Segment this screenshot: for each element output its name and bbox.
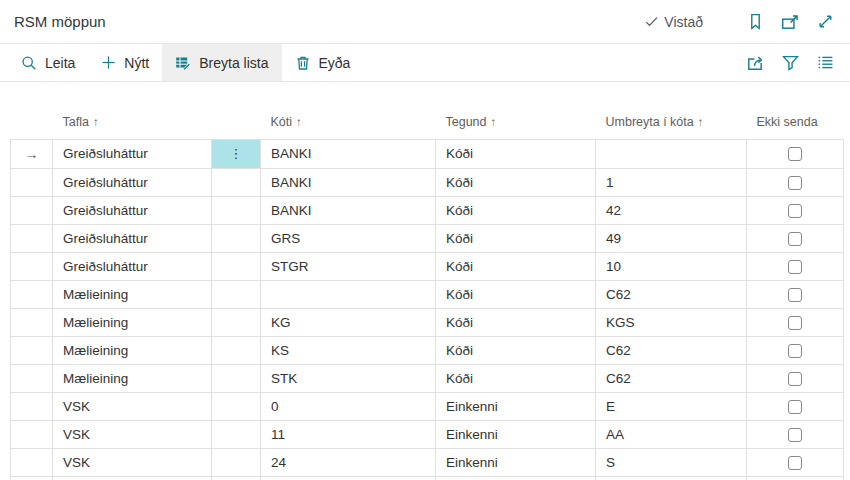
row-selector-cell[interactable] [11,168,53,196]
cell-row-menu[interactable] [212,364,261,392]
cell-tafla[interactable]: VSK [53,448,212,476]
cell-tegund[interactable]: Kóði [436,139,596,168]
popout-icon[interactable] [777,9,803,35]
cell-tafla[interactable]: Greiðsluháttur [53,252,212,280]
expand-icon[interactable] [812,9,838,35]
column-header-koti[interactable]: Kóti↑ [261,108,436,139]
ekki-senda-checkbox[interactable] [788,428,802,442]
cell-koti[interactable]: BANKI [261,168,436,196]
ekki-senda-checkbox[interactable] [788,204,802,218]
share-icon[interactable] [742,50,768,76]
ekki-senda-checkbox[interactable] [788,456,802,470]
ekki-senda-checkbox[interactable] [788,232,802,246]
cell-koti[interactable]: 24 [261,448,436,476]
cell-row-menu[interactable] [212,168,261,196]
filter-icon[interactable] [777,50,803,76]
cell-tafla[interactable]: Greiðsluháttur [53,139,212,168]
cell-tafla[interactable]: Greiðsluháttur [53,224,212,252]
cell-tegund[interactable]: Kóði [436,196,596,224]
cell-koti[interactable]: KG [261,308,436,336]
cell-koti[interactable]: 0 [261,392,436,420]
cell-row-menu[interactable] [212,336,261,364]
cell-koti[interactable]: STGR [261,252,436,280]
column-header-tafla[interactable]: Tafla↑ [53,108,212,139]
cell-row-menu[interactable] [212,476,261,480]
cell-umbreyta[interactable]: 10 [596,252,747,280]
cell-tegund[interactable]: Kóði [436,336,596,364]
row-selector-cell[interactable] [11,336,53,364]
cell-koti[interactable] [261,476,436,480]
row-selector-cell[interactable] [11,252,53,280]
row-selector-cell[interactable] [11,392,53,420]
ekki-senda-checkbox[interactable] [788,288,802,302]
ekki-senda-checkbox[interactable] [788,260,802,274]
column-header-ekki_senda[interactable]: Ekki senda [747,108,844,139]
cell-tegund[interactable]: Einkenni [436,420,596,448]
bookmark-icon[interactable] [742,9,768,35]
cell-umbreyta[interactable]: AA [596,420,747,448]
cell-koti[interactable]: GRS [261,224,436,252]
cell-tegund[interactable]: Kóði [436,364,596,392]
ekki-senda-checkbox[interactable] [788,372,802,386]
cell-row-menu[interactable] [212,224,261,252]
cell-koti[interactable]: 11 [261,420,436,448]
cell-umbreyta[interactable]: 42 [596,196,747,224]
cell-tafla[interactable]: Greiðsluháttur [53,168,212,196]
cell-tafla[interactable]: VSK [53,392,212,420]
cell-tegund[interactable]: Kóði [436,280,596,308]
ekki-senda-checkbox[interactable] [788,344,802,358]
cell-tafla[interactable]: Greiðsluháttur [53,196,212,224]
cell-row-menu[interactable] [212,196,261,224]
cell-tafla[interactable]: VSK [53,420,212,448]
edit-list-button[interactable]: Breyta lista [162,44,281,81]
row-selector-cell[interactable] [11,448,53,476]
row-selector-cell[interactable] [11,420,53,448]
cell-row-menu[interactable] [212,420,261,448]
cell-row-menu[interactable] [212,252,261,280]
cell-row-menu[interactable] [212,280,261,308]
cell-row-menu[interactable] [212,392,261,420]
row-selector-cell[interactable] [11,280,53,308]
cell-tafla[interactable] [53,476,212,480]
cell-tafla[interactable]: Mælieining [53,308,212,336]
cell-tegund[interactable]: Einkenni [436,448,596,476]
cell-koti[interactable]: STK [261,364,436,392]
cell-row-menu[interactable] [212,308,261,336]
cell-koti[interactable]: BANKI [261,139,436,168]
cell-tegund[interactable]: Kóði [436,168,596,196]
cell-umbreyta[interactable]: 49 [596,224,747,252]
cell-umbreyta[interactable]: C62 [596,280,747,308]
cell-koti[interactable] [261,280,436,308]
cell-umbreyta[interactable] [596,139,747,168]
row-selector-cell[interactable] [11,308,53,336]
column-header-tegund[interactable]: Tegund↑ [436,108,596,139]
row-selector-cell[interactable] [11,196,53,224]
cell-umbreyta[interactable]: 1 [596,168,747,196]
row-selector-cell[interactable] [11,224,53,252]
ekki-senda-checkbox[interactable] [788,316,802,330]
cell-row-menu[interactable]: ⋮ [212,139,261,168]
ekki-senda-checkbox[interactable] [788,176,802,190]
ekki-senda-checkbox[interactable] [788,147,802,161]
column-header-umbreyta[interactable]: Umbreyta í kóta↑ [596,108,747,139]
cell-tegund[interactable]: Kóði [436,308,596,336]
row-selector-cell[interactable] [11,476,53,480]
cell-koti[interactable]: BANKI [261,196,436,224]
cell-tegund[interactable]: Einkenni [436,392,596,420]
cell-umbreyta[interactable] [596,476,747,480]
row-selector-cell[interactable] [11,364,53,392]
cell-row-menu[interactable] [212,448,261,476]
new-button[interactable]: Nýtt [88,44,162,81]
cell-tafla[interactable]: Mælieining [53,280,212,308]
cell-umbreyta[interactable]: C62 [596,336,747,364]
cell-tegund[interactable]: Kóði [436,252,596,280]
list-options-icon[interactable] [812,50,838,76]
cell-koti[interactable]: KS [261,336,436,364]
cell-umbreyta[interactable]: S [596,448,747,476]
cell-umbreyta[interactable]: E [596,392,747,420]
cell-umbreyta[interactable]: KGS [596,308,747,336]
cell-umbreyta[interactable]: C62 [596,364,747,392]
cell-tafla[interactable]: Mælieining [53,336,212,364]
cell-tegund[interactable]: Kóði [436,224,596,252]
delete-button[interactable]: Eyða [282,44,364,81]
